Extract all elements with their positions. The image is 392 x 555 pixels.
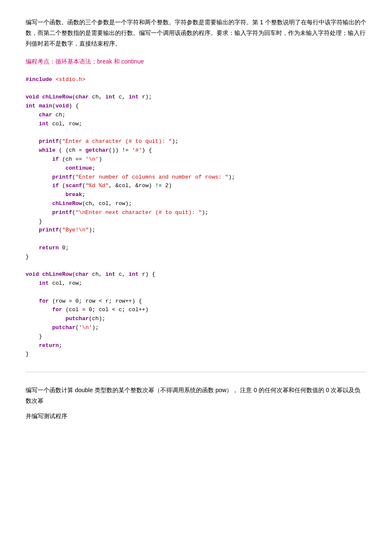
second-description-line2: 并编写测试程序 xyxy=(26,411,366,422)
code-line-12: break; xyxy=(26,191,366,199)
code-line-15: } xyxy=(26,217,366,226)
code-line-5: int col, row; xyxy=(26,120,366,129)
code-line-18: } xyxy=(26,253,366,262)
code-line-24: putchar('\n'); xyxy=(26,324,366,332)
code-line-25: } xyxy=(26,332,366,341)
code-line-27: } xyxy=(26,350,366,359)
code-line-blank3 xyxy=(26,235,366,244)
code-line-blank4 xyxy=(26,261,366,270)
description-text: 编写一个函数。函数的三个参数是一个字符和两个整数。字符参数是需要输出的字符。第 … xyxy=(26,17,366,49)
code-line-23: putchar(ch); xyxy=(26,315,366,324)
code-line-17: return 0; xyxy=(26,244,366,253)
code-line-16: printf("Bye!\n"); xyxy=(26,226,366,235)
code-line-9: continue; xyxy=(26,164,366,173)
code-line-21: for (row = 0; row < r; row++) { xyxy=(26,297,366,306)
highlight-note: 编程考点：循环基本语法；break 和 continue xyxy=(26,56,366,67)
code-line-4: char ch; xyxy=(26,111,366,120)
code-line-22: for (col = 0; col < c; col++) xyxy=(26,306,366,315)
code-line-11: if (scanf("%d %d", &col, &row) != 2) xyxy=(26,182,366,191)
code-line-6: printf("Enter a character (# to quit): "… xyxy=(26,137,366,146)
code-line-1: #include <stdio.h> xyxy=(26,75,366,84)
code-line-19: void chLineRow(char ch, int c, int r) { xyxy=(26,270,366,279)
code-line-14: printf("\nEnter next character (# to qui… xyxy=(26,208,366,217)
code-line-blank1 xyxy=(26,84,366,93)
code-line-13: chLineRow(ch, col, row); xyxy=(26,199,366,208)
code-line-2: void chLineRow(char ch, int c, int r); xyxy=(26,93,366,102)
code-line-20: int col, row; xyxy=(26,279,366,288)
code-line-10: printf("Enter number of columns and numb… xyxy=(26,173,366,182)
code-line-26: return; xyxy=(26,341,366,350)
section-divider xyxy=(26,372,366,372)
code-line-7: while ( (ch = getchar()) != '#') { xyxy=(26,146,366,155)
code-line-3: int main(void) { xyxy=(26,102,366,111)
code-block-main: #include <stdio.h> void chLineRow(char c… xyxy=(26,75,366,359)
code-line-8: if (ch == '\n') xyxy=(26,155,366,164)
second-description-line1: 编写一个函数计算 double 类型数的某个整数次幂（不得调用系统的函数 pow… xyxy=(26,385,366,406)
code-line-blank2 xyxy=(26,129,366,138)
page-container: 编写一个函数。函数的三个参数是一个字符和两个整数。字符参数是需要输出的字符。第 … xyxy=(0,0,392,443)
code-line-blank5 xyxy=(26,288,366,297)
